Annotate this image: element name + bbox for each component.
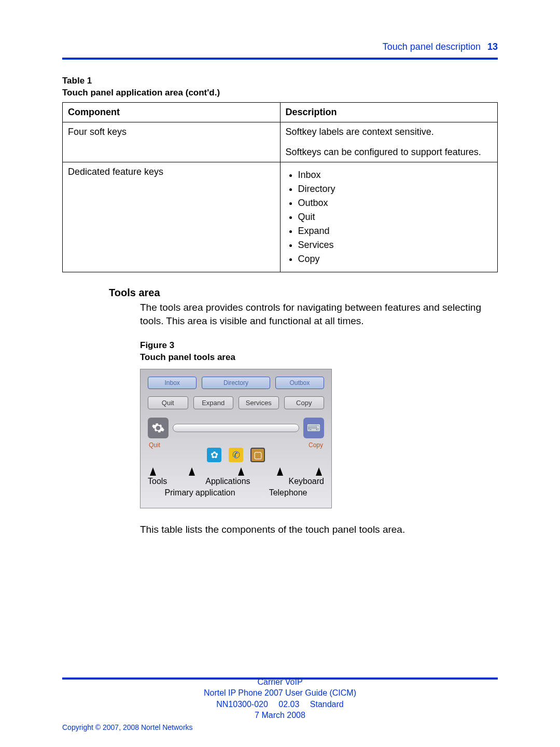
page-number: 13 <box>483 42 498 52</box>
footer-line: 7 March 2008 <box>255 711 305 720</box>
button-expand[interactable]: Expand <box>193 396 234 409</box>
callout-labels-bottom: Primary application Telephone <box>148 488 324 497</box>
callout-labels-top: Tools Applications Keyboard <box>148 477 324 486</box>
label-keyboard: Keyboard <box>288 477 324 486</box>
label-applications: Applications <box>205 477 250 486</box>
tool-icon-row: ⌨ <box>148 418 324 438</box>
figure-number: Figure 3 <box>140 340 174 350</box>
softkey-directory[interactable]: Directory <box>202 377 270 389</box>
button-copy[interactable]: Copy <box>284 396 325 409</box>
tools-area-figure: Inbox Directory Outbox Quit Expand Servi… <box>140 369 332 508</box>
arrow-icon <box>189 467 195 476</box>
label-telephone: Telephone <box>269 488 307 497</box>
keyboard-icon[interactable]: ⌨ <box>303 418 324 438</box>
list-item: Services <box>298 240 493 251</box>
desc-softkeys: Softkey labels are context sensitive. So… <box>280 122 498 162</box>
list-item: Directory <box>298 184 493 195</box>
arrow-icon <box>150 467 156 476</box>
page: Touch panel description 13 Table 1 Touch… <box>0 0 560 747</box>
running-header: Touch panel description 13 <box>62 42 498 52</box>
button-services[interactable]: Services <box>239 396 279 409</box>
table-number: Table 1 <box>62 76 92 86</box>
list-item: Copy <box>298 254 493 265</box>
primary-app-icon[interactable]: ✿ <box>207 448 221 462</box>
section-title: Touch panel description <box>383 42 481 52</box>
table-row: Dedicated feature keys Inbox Directory O… <box>63 162 498 272</box>
footer-line: NN10300-020 02.03 Standard <box>216 700 344 709</box>
figure-caption: Figure 3 Touch panel tools area <box>140 340 498 364</box>
arrow-icon <box>277 467 283 476</box>
component-featurekeys: Dedicated feature keys <box>63 162 281 272</box>
footer-line: Nortel IP Phone 2007 User Guide (CICM) <box>204 688 356 697</box>
app-icons: ✿ ✆ ▢ <box>148 448 324 462</box>
feature-key-list: Inbox Directory Outbox Quit Expand Servi… <box>286 170 493 265</box>
softkey-outbox[interactable]: Outbox <box>275 377 324 389</box>
spacer <box>286 137 493 147</box>
component-softkeys: Four soft keys <box>63 122 281 162</box>
tools-paragraph: The tools area provides controls for nav… <box>140 301 498 327</box>
table-caption: Table 1 Touch panel application area (co… <box>62 75 498 99</box>
gear-icon[interactable] <box>148 418 169 438</box>
table-row: Four soft keys Softkey labels are contex… <box>63 122 498 162</box>
figure-title: Touch panel tools area <box>140 352 235 362</box>
list-item: Quit <box>298 212 493 223</box>
copyright: Copyright © 2007, 2008 Nortel Networks <box>62 723 193 731</box>
feature-button-row: Quit Expand Services Copy <box>148 396 324 409</box>
list-item: Outbox <box>298 198 493 209</box>
label-quit: Quit <box>149 441 160 449</box>
application-area-table: Component Description Four soft keys Sof… <box>62 102 498 272</box>
table-title: Touch panel application area (cont'd.) <box>62 88 220 98</box>
button-quit[interactable]: Quit <box>148 396 188 409</box>
label-tools: Tools <box>148 477 167 486</box>
list-item: Inbox <box>298 170 493 181</box>
softkey-inbox[interactable]: Inbox <box>148 377 197 389</box>
label-copy: Copy <box>309 441 323 449</box>
desc-line: Softkey labels are context sensitive. <box>286 127 493 137</box>
telephone-icon[interactable]: ✆ <box>229 448 243 462</box>
col-component: Component <box>63 102 281 122</box>
arrow-icon <box>238 467 244 476</box>
callout-arrows <box>150 467 322 476</box>
list-item: Expand <box>298 226 493 237</box>
app-shelf <box>173 424 299 432</box>
applications-icon[interactable]: ▢ <box>250 448 265 462</box>
desc-line: Softkeys can be configured to support fe… <box>286 147 493 158</box>
table-header-row: Component Description <box>63 102 498 122</box>
arrow-icon <box>316 467 322 476</box>
desc-featurekeys: Inbox Directory Outbox Quit Expand Servi… <box>280 162 498 272</box>
header-rule <box>62 58 498 60</box>
page-footer: Carrier VoIP Nortel IP Phone 2007 User G… <box>62 676 498 721</box>
tools-section: Tools area The tools area provides contr… <box>109 287 498 536</box>
footer-line: Carrier VoIP <box>257 677 302 686</box>
label-primary-app: Primary application <box>165 488 235 497</box>
tools-heading: Tools area <box>109 287 498 299</box>
softkey-row: Inbox Directory Outbox <box>148 377 324 389</box>
col-description: Description <box>280 102 498 122</box>
table-intro-text: This table lists the components of the t… <box>140 523 498 536</box>
